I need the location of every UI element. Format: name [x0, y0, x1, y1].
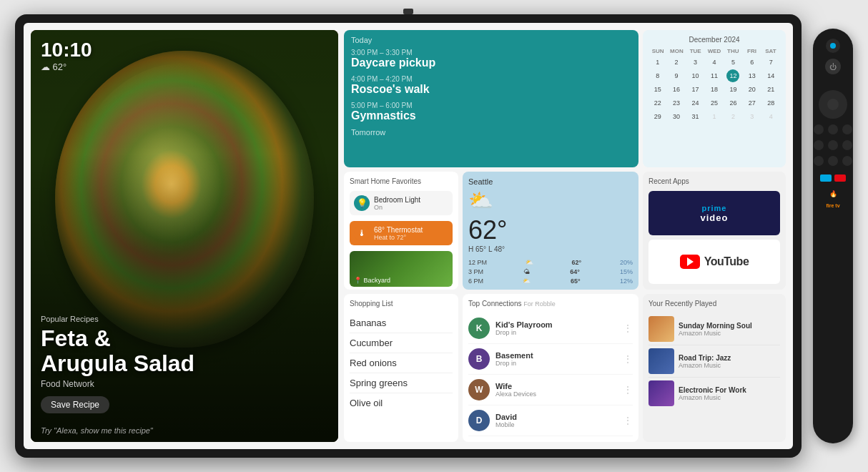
remote-select-button[interactable]	[827, 99, 839, 110]
recipe-title: Feta & Arugula Salad	[41, 326, 328, 376]
cal-day[interactable]: 10	[689, 69, 702, 82]
remote-power-button[interactable]: ⏻	[825, 59, 841, 74]
cal-day[interactable]: 14	[764, 69, 777, 82]
shopping-item-5[interactable]: Olive oil	[350, 393, 453, 413]
cal-day[interactable]: 5	[726, 56, 739, 69]
sh-item-status: On	[374, 204, 420, 211]
remote-dpad[interactable]	[819, 90, 847, 119]
cal-day[interactable]: 21	[764, 83, 777, 96]
apps-card: Recent Apps prime video	[643, 172, 786, 290]
cal-day[interactable]: 28	[764, 97, 777, 109]
cal-day-today[interactable]: 12	[726, 69, 739, 82]
cal-day[interactable]: 6	[746, 56, 759, 69]
recently-played-card: Your Recently Played Sunday Morning Soul…	[643, 294, 786, 442]
screen-content: 10:10 ☁ 62° Popular Recipes Feta & Arugu…	[24, 23, 793, 449]
cal-day[interactable]: 31	[689, 110, 702, 123]
remote-home-button[interactable]	[828, 124, 838, 134]
forecast-row-1: 12 PM ⛅ 62° 20%	[468, 259, 633, 266]
conn-more-icon-4[interactable]: ⋮	[623, 415, 633, 426]
conn-status-4: Mobile	[495, 421, 517, 428]
cal-day: 3	[746, 110, 759, 123]
played-item-2[interactable]: Road Trip: Jazz Amazon Music	[648, 345, 780, 378]
sh-backyard-camera[interactable]: 📍 Backyard	[350, 251, 453, 287]
cal-day[interactable]: 23	[670, 97, 683, 109]
cal-day[interactable]: 25	[708, 97, 721, 109]
forecast-icon-3: ⛅	[523, 277, 531, 285]
save-recipe-button[interactable]: Save Recipe	[41, 396, 109, 413]
recipe-panel: 10:10 ☁ 62° Popular Recipes Feta & Arugu…	[31, 30, 338, 442]
cal-day[interactable]: 24	[689, 97, 702, 109]
cal-day[interactable]: 19	[726, 83, 739, 96]
tv-frame: 10:10 ☁ 62° Popular Recipes Feta & Arugu…	[15, 14, 802, 458]
remote-fast-forward-button[interactable]	[842, 140, 852, 150]
conn-more-icon-2[interactable]: ⋮	[623, 353, 633, 365]
remote-back-button[interactable]	[814, 124, 824, 134]
cal-day[interactable]: 17	[689, 83, 702, 96]
conn-name-1: Kid's Playroom	[495, 320, 553, 329]
conn-more-icon-1[interactable]: ⋮	[623, 323, 633, 334]
remote-service-buttons	[820, 174, 846, 182]
remote-prime-button[interactable]	[820, 174, 832, 182]
cal-day[interactable]: 2	[670, 56, 683, 69]
cal-day[interactable]: 8	[651, 69, 664, 82]
remote-mute-button[interactable]	[828, 156, 838, 166]
right-panel: Today 3:00 PM – 3:30 PM Daycare pickup 4…	[344, 30, 786, 442]
cal-day[interactable]: 15	[651, 83, 664, 96]
remote-play-button[interactable]	[828, 140, 838, 150]
cal-day[interactable]: 30	[670, 110, 683, 123]
sh-thermostat[interactable]: 🌡 68° Thermostat Heat to 72°	[350, 221, 453, 245]
cal-day[interactable]: 11	[708, 69, 721, 82]
cal-day[interactable]: 18	[708, 83, 721, 96]
recipe-info: Popular Recipes Feta & Arugula Salad Foo…	[41, 315, 328, 413]
cal-day[interactable]: 29	[651, 110, 664, 123]
played-source-2: Amazon Music	[679, 362, 731, 369]
forecast-precip-1: 20%	[620, 259, 633, 266]
remote-netflix-button[interactable]	[834, 174, 846, 182]
forecast-temp-2: 64°	[570, 268, 580, 275]
cal-day[interactable]: 3	[689, 56, 702, 69]
weather-hi-lo: H 65° L 48°	[468, 245, 633, 253]
cal-day[interactable]: 7	[764, 56, 777, 69]
remote-vol-up-button[interactable]	[842, 156, 852, 166]
cal-day[interactable]: 1	[651, 56, 664, 69]
forecast-time-2: 3 PM	[468, 268, 483, 275]
played-source-3: Amazon Music	[679, 394, 746, 401]
forecast-row-3: 6 PM ⛅ 65° 12%	[468, 277, 633, 285]
cal-day[interactable]: 26	[726, 97, 739, 109]
thermostat-value: 68° Thermostat	[374, 226, 423, 234]
bottom-row: Shopping List Bananas Cucumber Red onion…	[344, 294, 786, 442]
prime-video-button[interactable]: prime video	[648, 191, 780, 235]
backyard-label: 📍 Backyard	[354, 277, 390, 284]
shopping-item-4[interactable]: Spring greens	[350, 373, 453, 393]
cal-day[interactable]: 4	[708, 56, 721, 69]
sh-bedroom-light[interactable]: 💡 Bedroom Light On	[350, 191, 453, 215]
conn-more-icon-3[interactable]: ⋮	[623, 384, 633, 395]
shopping-item-2[interactable]: Cucumber	[350, 333, 453, 353]
weather-city: Seattle	[468, 177, 633, 186]
connection-item-1[interactable]: K Kid's Playroom Drop in ⋮	[468, 313, 633, 344]
forecast-temp-3: 65°	[571, 277, 581, 285]
played-item-1[interactable]: Sunday Morning Soul Amazon Music	[648, 313, 780, 345]
cal-day[interactable]: 20	[746, 83, 759, 96]
cal-day[interactable]: 9	[670, 69, 683, 82]
cal-day[interactable]: 13	[746, 69, 759, 82]
light-icon: 💡	[354, 195, 370, 211]
shopping-item-1[interactable]: Bananas	[350, 313, 453, 333]
remote-menu-button[interactable]	[842, 124, 852, 134]
played-item-3[interactable]: Electronic For Work Amazon Music	[648, 378, 780, 409]
connection-item-4[interactable]: D David Mobile ⋮	[468, 405, 633, 436]
shopping-item-3[interactable]: Red onions	[350, 353, 453, 373]
cal-day[interactable]: 16	[670, 83, 683, 96]
event-item-3: 5:00 PM – 6:00 PM Gymnastics	[351, 102, 631, 122]
remote-rewind-button[interactable]	[814, 140, 824, 150]
remote-vol-down-button[interactable]	[814, 156, 824, 166]
remote-mic-button[interactable]	[826, 39, 840, 53]
conn-name-4: David	[495, 413, 517, 421]
cal-day[interactable]: 22	[651, 97, 664, 109]
youtube-button[interactable]: YouTube	[648, 240, 780, 284]
connection-item-2[interactable]: B Basement Drop in ⋮	[468, 344, 633, 375]
cal-day[interactable]: 27	[746, 97, 759, 109]
connection-item-3[interactable]: W Wife Alexa Devices ⋮	[468, 375, 633, 405]
forecast-time-3: 6 PM	[468, 277, 483, 285]
forecast-time-1: 12 PM	[468, 259, 487, 266]
